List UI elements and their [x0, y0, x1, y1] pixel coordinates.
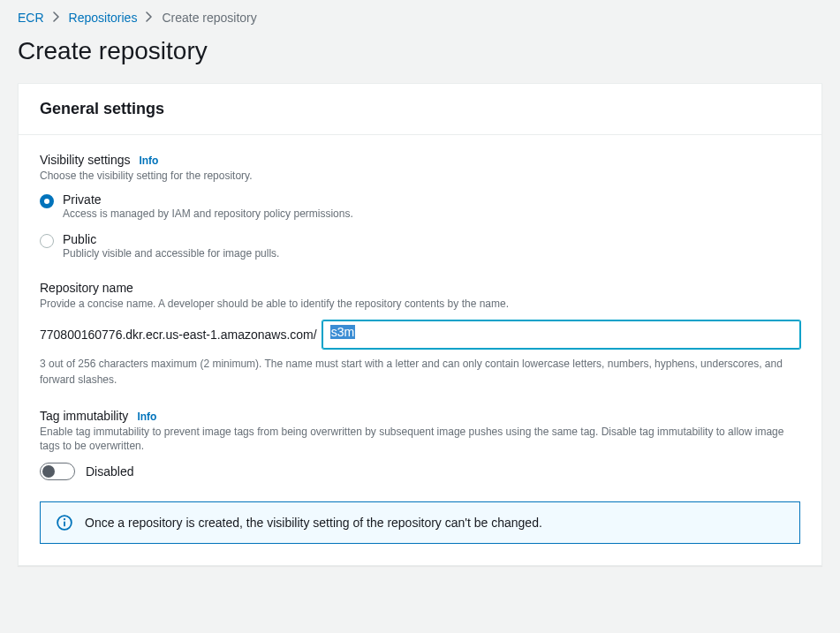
- repository-name-input[interactable]: s3m: [322, 320, 800, 349]
- visibility-radio-public[interactable]: Public Publicly visible and accessible f…: [40, 232, 800, 260]
- chevron-right-icon: [146, 11, 153, 25]
- panel-title: General settings: [40, 100, 800, 118]
- radio-sub-public: Publicly visible and accessible for imag…: [63, 247, 279, 260]
- panel-body: Visibility settings Info Choose the visi…: [19, 135, 821, 565]
- svg-point-1: [64, 518, 65, 520]
- radio-icon: [40, 234, 54, 248]
- tag-immutability-info-link[interactable]: Info: [137, 411, 156, 423]
- radio-label-public: Public: [63, 232, 279, 246]
- breadcrumb-ecr-link[interactable]: ECR: [18, 11, 44, 25]
- visibility-radio-private[interactable]: Private Access is managed by IAM and rep…: [40, 192, 800, 220]
- repository-name-constraint: 3 out of 256 characters maximum (2 minim…: [40, 356, 800, 388]
- breadcrumb-current: Create repository: [162, 11, 256, 25]
- visibility-description: Choose the visibility setting for the re…: [40, 169, 800, 184]
- radio-icon: [40, 194, 54, 208]
- chevron-right-icon: [53, 11, 60, 25]
- visibility-field: Visibility settings Info Choose the visi…: [40, 153, 800, 260]
- repository-name-label: Repository name: [40, 281, 133, 295]
- tag-immutability-description: Enable tag immutability to prevent image…: [40, 425, 800, 455]
- panel-header: General settings: [19, 84, 821, 135]
- visibility-label: Visibility settings: [40, 153, 130, 167]
- alert-text: Once a repository is created, the visibi…: [85, 516, 542, 530]
- svg-rect-2: [64, 522, 65, 527]
- visibility-info-link[interactable]: Info: [139, 154, 158, 167]
- tag-immutability-toggle[interactable]: [40, 463, 75, 480]
- visibility-immutable-alert: Once a repository is created, the visibi…: [40, 501, 800, 544]
- radio-label-private: Private: [63, 192, 353, 207]
- toggle-knob-icon: [42, 465, 55, 478]
- repository-uri-prefix: 770800160776.dkr.ecr.us-east-1.amazonaws…: [40, 328, 322, 342]
- general-settings-panel: General settings Visibility settings Inf…: [18, 83, 822, 566]
- tag-immutability-field: Tag immutability Info Enable tag immutab…: [40, 409, 800, 481]
- tag-immutability-label: Tag immutability: [40, 409, 128, 423]
- page-title: Create repository: [18, 37, 822, 65]
- breadcrumb-repositories-link[interactable]: Repositories: [69, 11, 138, 25]
- radio-sub-private: Access is managed by IAM and repository …: [63, 207, 353, 220]
- tag-immutability-toggle-label: Disabled: [86, 464, 133, 479]
- info-icon: [57, 515, 72, 531]
- breadcrumb: ECR Repositories Create repository: [18, 11, 822, 25]
- repository-name-field: Repository name Provide a concise name. …: [40, 281, 800, 388]
- repository-name-description: Provide a concise name. A developer shou…: [40, 297, 800, 312]
